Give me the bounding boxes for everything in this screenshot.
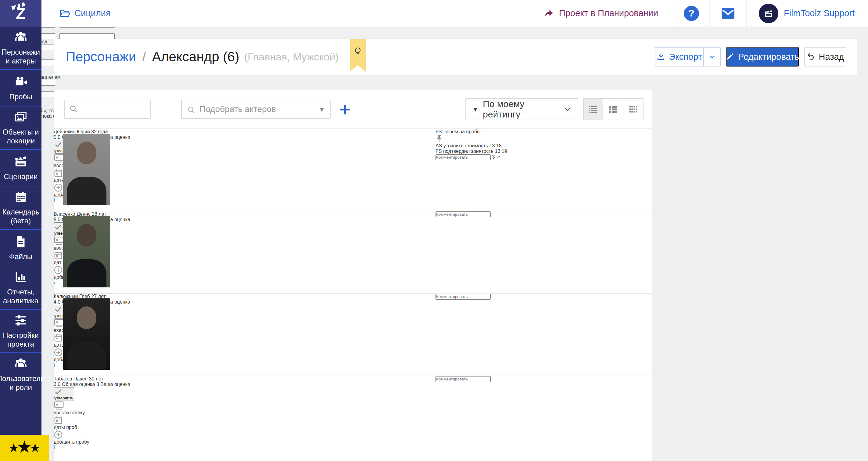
candidates-panel: Подобрать актеров ▼ + ▼ По моему рейтинг… bbox=[54, 90, 652, 461]
calendar-icon bbox=[54, 416, 436, 425]
messages-button[interactable] bbox=[709, 0, 746, 27]
audition-dates-link[interactable]: даты проб bbox=[54, 168, 436, 183]
view-detailed-button[interactable] bbox=[603, 98, 623, 120]
comment-input[interactable] bbox=[436, 211, 491, 217]
sort-label: По моему рейтингу bbox=[483, 99, 564, 120]
message-bubble: уточнить стоимость bbox=[443, 143, 488, 148]
overall-rating-circle: 3,0 bbox=[54, 382, 60, 387]
add-audition-link[interactable]: добавить пробу bbox=[54, 348, 436, 363]
video-camera-icon bbox=[14, 75, 28, 89]
view-grid-button[interactable] bbox=[623, 98, 644, 120]
actor-row: Калюжный Глеб 27 лет 4,0 Общая оценка 4 … bbox=[54, 293, 652, 375]
add-audition-link[interactable]: добавить пробу bbox=[54, 266, 436, 280]
actor-photo[interactable] bbox=[63, 381, 110, 452]
caret-down-icon: ▼ bbox=[473, 106, 477, 112]
view-list-button[interactable] bbox=[583, 98, 603, 120]
back-label: Назад bbox=[818, 52, 844, 62]
comment-messages: AS уточнить стоимость 13:18 FS подтверди… bbox=[436, 143, 507, 154]
sidebar-item-scripts[interactable]: Сценарии bbox=[0, 150, 41, 186]
overall-rating-circle: 5,0 bbox=[54, 217, 60, 222]
enter-rate-link[interactable]: ввести ставку bbox=[54, 236, 436, 251]
comments-count-badge[interactable]: 3 ↗ bbox=[492, 154, 500, 160]
sidebar-item-objects-locations[interactable]: Объекты и локации bbox=[0, 106, 41, 150]
pencil-icon bbox=[726, 53, 734, 61]
edit-button[interactable]: Редактировать bbox=[726, 47, 799, 66]
comment-input-bar bbox=[436, 211, 491, 217]
enter-rate-link[interactable]: ввести ставку bbox=[54, 318, 436, 333]
user-menu[interactable]: FilmToolz Support bbox=[746, 0, 868, 27]
add-audition-link[interactable]: добавить пробу bbox=[54, 183, 436, 198]
avatar: AS bbox=[436, 143, 442, 148]
breadcrumb-separator: / bbox=[142, 49, 146, 64]
sort-dropdown[interactable]: ▼ По моему рейтингу bbox=[465, 98, 578, 120]
add-audition-link[interactable]: добавить пробу bbox=[54, 430, 436, 445]
sliders-icon bbox=[14, 313, 28, 327]
sidebar-item-users-roles[interactable]: Пользователи и роли bbox=[0, 353, 41, 396]
calendar-icon bbox=[54, 333, 436, 342]
logo-letter: Z bbox=[16, 5, 26, 21]
calendar-icon bbox=[14, 190, 28, 204]
info-icon[interactable]: i bbox=[54, 363, 436, 368]
pick-actors-select[interactable]: Подобрать актеров ▼ bbox=[181, 100, 331, 119]
audition-dates-link[interactable]: даты проб bbox=[54, 333, 436, 348]
info-icon[interactable]: i bbox=[54, 280, 436, 285]
export-button[interactable]: Экспорт bbox=[655, 47, 704, 66]
lightbulb-icon bbox=[354, 47, 362, 72]
topbar: Сицилия Проект в Планировании ? FilmTool… bbox=[41, 0, 868, 27]
sidebar-item-reports[interactable]: Отчеты, аналитика bbox=[0, 266, 41, 310]
chevron-down-icon bbox=[564, 105, 571, 113]
info-icon[interactable]: i bbox=[54, 445, 436, 450]
export-menu-button[interactable] bbox=[704, 47, 721, 66]
page-subtitle: (Главная, Мужской) bbox=[244, 51, 339, 63]
info-icon[interactable]: i bbox=[54, 198, 436, 203]
rate-card-icon bbox=[54, 154, 436, 163]
people-icon bbox=[14, 357, 28, 371]
page-header: Персонажи / Александр (6) (Главная, Мужс… bbox=[54, 39, 857, 75]
add-actor-button[interactable]: + bbox=[339, 101, 351, 117]
avg-rating-filter-title: Средняя оценка bbox=[0, 28, 868, 33]
pick-actors-placeholder: Подобрать актеров bbox=[199, 104, 276, 114]
sidebar-item-label: Сценарии bbox=[4, 173, 38, 181]
pin-icon[interactable] bbox=[436, 134, 507, 143]
export-label: Экспорт bbox=[669, 52, 702, 62]
planning-project-link[interactable]: Проект в Планировании bbox=[529, 0, 673, 27]
hint-bookmark[interactable] bbox=[350, 39, 366, 72]
clapperboard-icon bbox=[14, 155, 28, 169]
audition-dates-link[interactable]: даты проб bbox=[54, 251, 436, 266]
comment-input[interactable] bbox=[436, 376, 491, 382]
project-breadcrumb[interactable]: Сицилия bbox=[41, 0, 111, 27]
sidebar-item-characters-actors[interactable]: Персонажи и актеры bbox=[0, 27, 41, 70]
sidebar-item-auditions[interactable]: Пробы bbox=[0, 70, 41, 106]
sidebar-item-label: Пробы bbox=[9, 92, 32, 101]
help-button[interactable]: ? bbox=[673, 0, 709, 27]
people-icon bbox=[14, 30, 28, 44]
actor-photo[interactable] bbox=[63, 298, 110, 370]
breadcrumb-characters-link[interactable]: Персонажи bbox=[66, 49, 136, 64]
enter-rate-link[interactable]: ввести ставку bbox=[54, 401, 436, 416]
avg-rating-to-input[interactable] bbox=[60, 33, 115, 39]
comment-input[interactable] bbox=[436, 294, 491, 300]
audition-dates-link[interactable]: даты проб bbox=[54, 416, 436, 430]
sidebar-item-calendar[interactable]: Календарь (бета) bbox=[0, 186, 41, 230]
list-toolbar: Подобрать актеров ▼ + ▼ По моему рейтинг… bbox=[54, 90, 652, 128]
sidebar-item-project-settings[interactable]: Настройки проекта bbox=[0, 310, 41, 353]
user-name: FilmToolz Support bbox=[784, 8, 855, 18]
plus-circle-icon bbox=[54, 266, 436, 275]
rating-stars-badge[interactable]: ★ ★ ★ bbox=[0, 435, 49, 461]
sidebar-item-files[interactable]: Файлы bbox=[0, 230, 41, 266]
overall-rating-circle: 4,0 bbox=[54, 299, 60, 305]
project-name: Сицилия bbox=[74, 8, 111, 18]
actor-photo[interactable] bbox=[63, 216, 110, 287]
download-icon bbox=[657, 53, 665, 61]
images-icon bbox=[14, 110, 28, 124]
chevron-down-icon bbox=[709, 53, 716, 60]
back-button[interactable]: Назад bbox=[804, 47, 846, 66]
app-logo[interactable]: Z bbox=[0, 0, 41, 27]
sidebar-item-label: Отчеты, аналитика bbox=[2, 288, 40, 305]
enter-rate-link[interactable]: ввести ставку bbox=[54, 154, 436, 168]
actor-photo[interactable] bbox=[63, 134, 110, 205]
comment-input[interactable] bbox=[436, 154, 491, 160]
added-by-title: Добавлено пользователем bbox=[0, 74, 868, 80]
comments-pane bbox=[436, 294, 491, 375]
star-icon: ★ bbox=[30, 442, 40, 454]
